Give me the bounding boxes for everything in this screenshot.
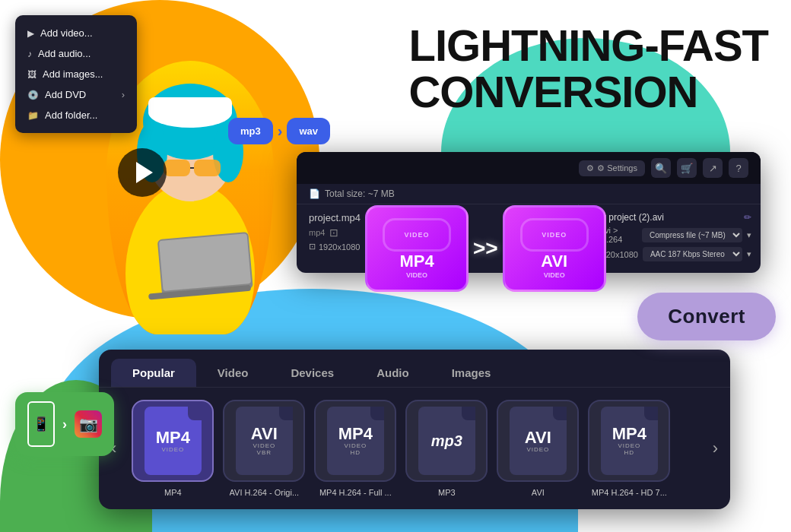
mp4-hd-doc-shape: MP4 VIDEO HD bbox=[327, 407, 384, 475]
mp4-hd-sub2: HD bbox=[351, 449, 361, 456]
play-button[interactable] bbox=[118, 148, 167, 197]
help-button[interactable]: ? bbox=[729, 158, 748, 178]
tab-devices[interactable]: Devices bbox=[269, 359, 355, 387]
format-card-mp4[interactable]: MP4 VIDEO MP4 bbox=[132, 400, 214, 497]
sw-output-filename: New project (2).avi ✏ bbox=[588, 212, 751, 223]
mp4-card-label: MP4 bbox=[164, 488, 182, 497]
format-card-avi-vbr[interactable]: AVI VIDEO VBR AVI H.264 - Origi... bbox=[223, 400, 305, 497]
to-format-pill: wav bbox=[287, 118, 330, 144]
mp3-format-text: mp3 bbox=[431, 433, 462, 448]
sw-codec-row: ▤ avi > H.264 Compress file (~7 MB) ▾ bbox=[588, 226, 751, 244]
mp4-hd-card-icon: MP4 VIDEO HD bbox=[314, 400, 396, 482]
total-size-label: Total size: ~7 MB bbox=[325, 188, 395, 199]
menu-item-add-folder[interactable]: 📁 Add folder... bbox=[15, 105, 137, 125]
mp4-sub: VIDEO bbox=[161, 446, 184, 453]
from-sub: VIDEO bbox=[383, 218, 451, 252]
svg-rect-7 bbox=[164, 160, 190, 176]
mp4-hd-format-text: MP4 bbox=[338, 426, 373, 442]
cards-next-button[interactable]: › bbox=[707, 439, 724, 458]
mp4-card-icon: MP4 VIDEO bbox=[132, 400, 214, 482]
tab-audio[interactable]: Audio bbox=[355, 359, 430, 387]
arrow-icon: › bbox=[122, 89, 125, 100]
format-convert-arrow: >> bbox=[469, 236, 503, 261]
compress-select[interactable]: Compress file (~7 MB) bbox=[642, 228, 742, 242]
format-tabs: Popular Video Devices Audio Images bbox=[99, 350, 730, 388]
avi-format-text: AVI bbox=[525, 429, 551, 446]
folder-icon: 📁 bbox=[27, 110, 39, 121]
cart-button[interactable]: 🛒 bbox=[677, 158, 697, 178]
sw-res-row: ↕ 1920x1080 AAC 187 Kbps Stereo ▾ bbox=[588, 247, 751, 261]
mp4-hd2-card-label: MP4 H.264 - HD 7... bbox=[592, 488, 667, 497]
avi-vbr-card-icon: AVI VIDEO VBR bbox=[223, 400, 305, 482]
tab-popular[interactable]: Popular bbox=[111, 359, 196, 387]
images-icon: 🖼 bbox=[27, 69, 37, 80]
format-card-avi[interactable]: AVI VIDEO AVI bbox=[497, 400, 579, 497]
mp4-hd-card-label: MP4 H.264 - Full ... bbox=[319, 488, 392, 497]
format-card-mp4-hd2[interactable]: MP4 VIDEO HD MP4 H.264 - HD 7... bbox=[588, 400, 670, 497]
audio-icon: ♪ bbox=[27, 49, 32, 59]
svg-rect-11 bbox=[159, 233, 251, 291]
context-menu: ▶ Add video... ♪ Add audio... 🖼 Add imag… bbox=[15, 15, 137, 133]
tab-video[interactable]: Video bbox=[196, 359, 270, 387]
mp4-hd2-doc-shape: MP4 VIDEO HD bbox=[601, 407, 658, 475]
edit-icon[interactable]: ✏ bbox=[744, 212, 751, 223]
convert-button[interactable]: Convert bbox=[637, 293, 776, 340]
mp4-format-text: MP4 bbox=[156, 429, 190, 446]
format-panel: Popular Video Devices Audio Images ‹ MP4… bbox=[99, 350, 730, 509]
mp4-hd2-sub1: VIDEO bbox=[618, 442, 640, 449]
avi-vbr-sub1: VIDEO bbox=[253, 442, 275, 449]
dvd-icon: 💿 bbox=[27, 90, 39, 100]
mp4-hd2-format-text: MP4 bbox=[612, 426, 646, 442]
instagram-icon: 📷 bbox=[75, 410, 102, 438]
menu-item-add-video[interactable]: ▶ Add video... bbox=[15, 23, 137, 43]
format-convert-display: VIDEO MP4 VIDEO >> VIDEO AVI VIDEO bbox=[365, 205, 606, 292]
audio-select[interactable]: AAC 187 Kbps Stereo bbox=[643, 247, 742, 261]
from-format-pill: mp3 bbox=[228, 118, 273, 144]
file-icon: 📄 bbox=[309, 188, 320, 199]
avi-vbr-doc-shape: AVI VIDEO VBR bbox=[236, 407, 293, 475]
avi-doc-shape: AVI VIDEO bbox=[510, 407, 567, 475]
settings-button[interactable]: ⚙ ⚙ Settings bbox=[579, 160, 645, 176]
format-cards: ‹ MP4 VIDEO MP4 AVI VIDEO VBR AVI H.264 … bbox=[99, 388, 730, 497]
avi-vbr-format-text: AVI bbox=[251, 426, 278, 442]
iphone-icon: 📱 bbox=[27, 401, 55, 447]
from-format-big: VIDEO MP4 VIDEO bbox=[365, 205, 469, 292]
avi-card-label: AVI bbox=[532, 488, 545, 497]
menu-item-add-images[interactable]: 🖼 Add images... bbox=[15, 64, 137, 84]
search-button[interactable]: 🔍 bbox=[651, 158, 671, 178]
mp4-doc-shape: MP4 VIDEO bbox=[145, 407, 202, 475]
mp3-card-icon: mp3 bbox=[405, 400, 488, 482]
format-arrow: › bbox=[278, 122, 283, 140]
menu-item-add-dvd[interactable]: 💿 Add DVD › bbox=[15, 84, 137, 105]
to-format-text: AVI bbox=[541, 252, 567, 271]
from-format-text: MP4 bbox=[399, 252, 434, 271]
headline-line2: CONVERSION bbox=[408, 69, 768, 116]
to-format-label: wav bbox=[299, 125, 318, 137]
share-button[interactable]: ↗ bbox=[703, 158, 723, 178]
from-sub2: VIDEO bbox=[406, 271, 427, 279]
headline: LIGHTNING-FAST CONVERSION bbox=[408, 23, 768, 116]
sw-format-icon: ⊡ bbox=[329, 226, 338, 239]
avi-vbr-card-label: AVI H.264 - Origi... bbox=[230, 488, 300, 497]
mp4-hd-sub1: VIDEO bbox=[344, 442, 367, 449]
sw-topbar: ⚙ ⚙ Settings 🔍 🛒 ↗ ? bbox=[297, 152, 761, 184]
from-format-label: mp3 bbox=[240, 125, 261, 137]
avi-sub: VIDEO bbox=[526, 446, 549, 453]
menu-item-add-audio[interactable]: ♪ Add audio... bbox=[15, 43, 137, 64]
device-badge: 📱 › 📷 bbox=[15, 392, 114, 456]
format-card-mp3[interactable]: mp3 MP3 bbox=[405, 400, 488, 497]
tab-images[interactable]: Images bbox=[430, 359, 513, 387]
mp3-doc-shape: mp3 bbox=[418, 407, 475, 475]
device-arrow: › bbox=[62, 416, 67, 432]
format-card-mp4-hd[interactable]: MP4 VIDEO HD MP4 H.264 - Full ... bbox=[314, 400, 396, 497]
to-format-big: VIDEO AVI VIDEO bbox=[503, 205, 606, 292]
svg-rect-8 bbox=[194, 160, 221, 176]
audio-arrow: ▾ bbox=[747, 249, 751, 259]
to-sub2: VIDEO bbox=[544, 271, 565, 279]
avi-vbr-sub2: VBR bbox=[257, 449, 272, 456]
mp4-hd2-sub2: HD bbox=[624, 449, 635, 456]
sw-file-bar: 📄 Total size: ~7 MB bbox=[297, 184, 761, 204]
settings-icon: ⚙ bbox=[586, 163, 594, 173]
res-icon: ⊡ bbox=[309, 242, 316, 252]
avi-card-icon: AVI VIDEO bbox=[497, 400, 579, 482]
